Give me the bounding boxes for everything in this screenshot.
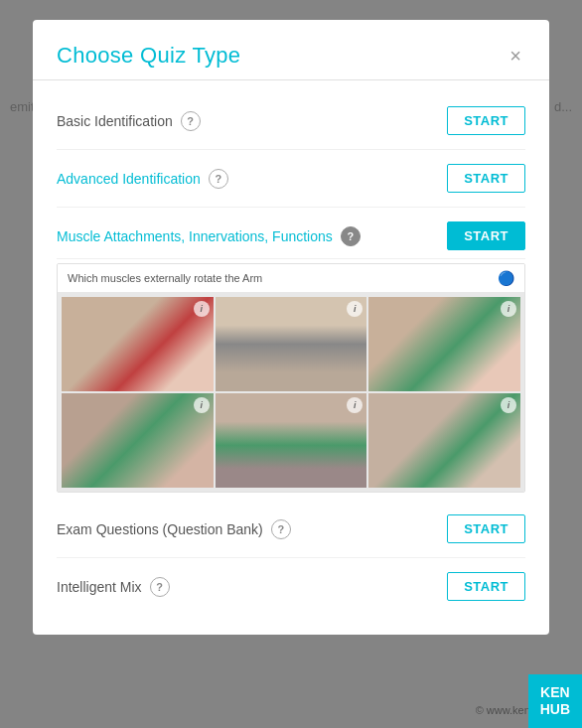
close-button[interactable]: × (506, 42, 525, 70)
image-cell-4[interactable]: i (62, 393, 214, 488)
quiz-name-exam: Exam Questions (Question Bank) ? (57, 519, 447, 539)
quiz-name-mix: Intelligent Mix ? (57, 577, 447, 597)
quiz-label-basic: Basic Identification (57, 113, 173, 129)
start-button-mix[interactable]: START (447, 572, 525, 601)
modal-title: Choose Quiz Type (57, 43, 240, 69)
image-grid: i i i i i i (58, 293, 524, 492)
help-icon-advanced[interactable]: ? (209, 169, 228, 189)
modal-header: Choose Quiz Type × (33, 20, 549, 79)
info-icon-5[interactable]: i (347, 397, 363, 413)
start-button-exam[interactable]: START (447, 514, 525, 543)
image-cell-2[interactable]: i (216, 297, 367, 391)
info-icon-6[interactable]: i (501, 397, 516, 413)
start-button-basic[interactable]: START (447, 106, 525, 135)
start-button-muscle[interactable]: START (447, 221, 525, 250)
modal-overlay: Choose Quiz Type × Basic Identification … (0, 0, 582, 728)
quiz-row-mix: Intelligent Mix ? START (57, 558, 525, 615)
help-icon-muscle[interactable]: ? (341, 226, 361, 246)
quiz-row-basic: Basic Identification ? START (57, 92, 525, 150)
modal-dialog: Choose Quiz Type × Basic Identification … (33, 20, 549, 635)
quiz-name-advanced: Advanced Identification ? (57, 169, 447, 189)
image-cell-5[interactable]: i (216, 393, 367, 488)
quiz-label-exam: Exam Questions (Question Bank) (57, 521, 263, 537)
quiz-row-exam: Exam Questions (Question Bank) ? START (57, 501, 525, 558)
modal-divider (33, 79, 549, 80)
quiz-name-muscle: Muscle Attachments, Innervations, Functi… (57, 226, 447, 246)
info-icon-1[interactable]: i (194, 301, 210, 317)
modal-body: Basic Identification ? START Advanced Id… (33, 84, 549, 635)
quiz-row-muscle: Muscle Attachments, Innervations, Functi… (57, 208, 525, 259)
info-icon-2[interactable]: i (347, 301, 363, 317)
quiz-label-advanced[interactable]: Advanced Identification (57, 171, 201, 187)
image-question-text: Which muscles externally rotate the Arm (68, 272, 262, 284)
info-icon-4[interactable]: i (194, 397, 210, 413)
image-question-bar: Which muscles externally rotate the Arm … (58, 264, 524, 293)
flag-icon: 🔵 (498, 270, 514, 286)
quiz-name-basic: Basic Identification ? (57, 111, 447, 131)
quiz-label-muscle[interactable]: Muscle Attachments, Innervations, Functi… (57, 228, 333, 244)
image-cell-6[interactable]: i (368, 393, 520, 488)
kenhub-badge: KEN HUB (528, 674, 582, 728)
quiz-label-mix: Intelligent Mix (57, 579, 142, 595)
help-icon-mix[interactable]: ? (150, 577, 170, 597)
info-icon-3[interactable]: i (501, 301, 516, 317)
quiz-row-advanced: Advanced Identification ? START (57, 150, 525, 208)
image-flag[interactable]: 🔵 (498, 270, 514, 286)
image-cell-3[interactable]: i (368, 297, 520, 391)
help-icon-basic[interactable]: ? (181, 111, 201, 131)
image-quiz-section: Which muscles externally rotate the Arm … (57, 263, 525, 493)
start-button-advanced[interactable]: START (447, 164, 525, 193)
help-icon-exam[interactable]: ? (271, 519, 291, 539)
image-cell-1[interactable]: i (62, 297, 214, 391)
